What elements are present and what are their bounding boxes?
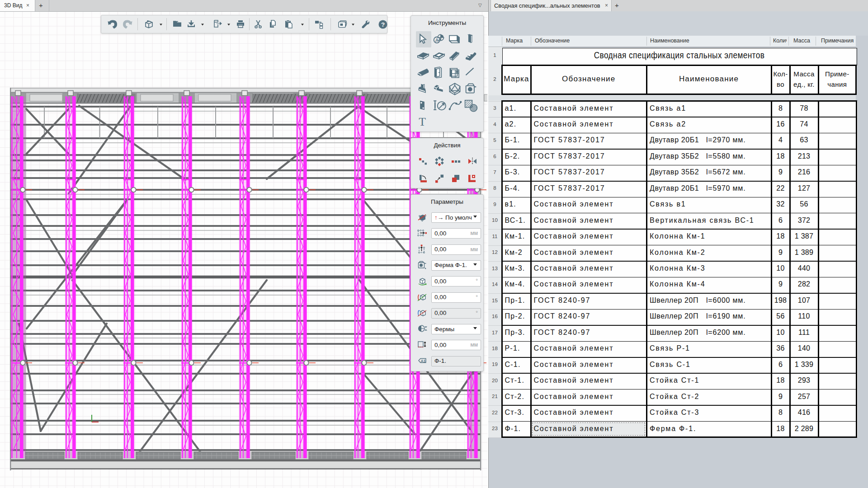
svg-text:A1: A1 xyxy=(421,358,426,363)
svg-text:T: T xyxy=(419,115,426,128)
svg-text:?: ? xyxy=(381,21,385,28)
